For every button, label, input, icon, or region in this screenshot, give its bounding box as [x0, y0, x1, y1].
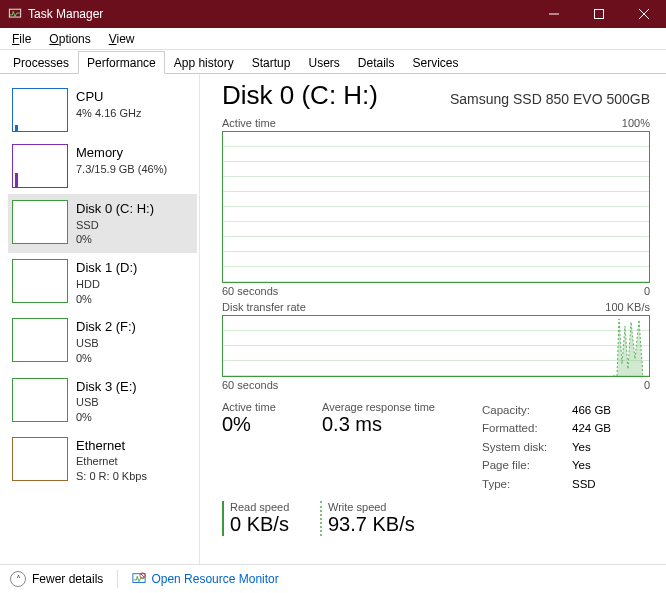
tab-startup[interactable]: Startup [243, 51, 300, 74]
tab-processes[interactable]: Processes [4, 51, 78, 74]
titlebar: Task Manager [0, 0, 666, 28]
fewer-details-label: Fewer details [32, 572, 103, 586]
tab-app-history[interactable]: App history [165, 51, 243, 74]
minimize-button[interactable] [531, 0, 576, 28]
fewer-details-button[interactable]: ˄ Fewer details [10, 571, 103, 587]
write-spike-icon [613, 314, 643, 376]
window-title: Task Manager [28, 7, 103, 21]
ethernet-thumbnail-icon [12, 437, 68, 481]
read-speed-value: 0 KB/s [230, 513, 320, 536]
sidebar-item-ethernet[interactable]: Ethernet Ethernet S: 0 R: 0 Kbps [8, 431, 197, 490]
sidebar-item-label: Disk 3 (E:) [76, 378, 137, 396]
sidebar-item-label: CPU [76, 88, 141, 106]
capacity-key: Capacity: [482, 401, 572, 419]
chevron-up-icon: ˄ [10, 571, 26, 587]
sidebar-item-sub: USB [76, 336, 136, 351]
avg-response-label: Average response time [322, 401, 482, 413]
svg-line-8 [141, 574, 145, 578]
close-icon [639, 9, 649, 19]
sidebar-item-disk1[interactable]: Disk 1 (D:) HDD 0% [8, 253, 197, 312]
sidebar-item-label: Disk 2 (F:) [76, 318, 136, 336]
disk-thumbnail-icon [12, 318, 68, 362]
menu-options[interactable]: Options [41, 30, 98, 48]
sidebar-item-sub: 0% [76, 232, 154, 247]
chart2-max: 100 KB/s [605, 301, 650, 313]
type-val: SSD [572, 475, 596, 493]
memory-thumbnail-icon [12, 144, 68, 188]
write-speed-label: Write speed [328, 501, 418, 513]
chart1-xmax: 0 [644, 285, 650, 297]
active-time-label: Active time [222, 401, 322, 413]
sidebar-item-cpu[interactable]: CPU 4% 4.16 GHz [8, 82, 197, 138]
content: CPU 4% 4.16 GHz Memory 7.3/15.9 GB (46%)… [0, 74, 666, 564]
sysdisk-val: Yes [572, 438, 591, 456]
open-resource-monitor-link[interactable]: Open Resource Monitor [132, 572, 278, 586]
divider [117, 570, 118, 588]
disk-thumbnail-icon [12, 259, 68, 303]
app-icon [8, 7, 22, 21]
active-time-chart[interactable] [222, 131, 650, 283]
formatted-key: Formatted: [482, 419, 572, 437]
chart1-label: Active time [222, 117, 276, 129]
footer: ˄ Fewer details Open Resource Monitor [0, 564, 666, 593]
tab-services[interactable]: Services [404, 51, 468, 74]
sidebar-item-sub: 0% [76, 351, 136, 366]
sidebar[interactable]: CPU 4% 4.16 GHz Memory 7.3/15.9 GB (46%)… [0, 74, 200, 564]
sidebar-item-disk0[interactable]: Disk 0 (C: H:) SSD 0% [8, 194, 197, 253]
minimize-icon [549, 9, 559, 19]
active-time-value: 0% [222, 413, 322, 436]
maximize-icon [594, 9, 604, 19]
sidebar-item-sub: HDD [76, 277, 137, 292]
sidebar-item-sub: S: 0 R: 0 Kbps [76, 469, 147, 484]
sidebar-item-disk3[interactable]: Disk 3 (E:) USB 0% [8, 372, 197, 431]
formatted-val: 424 GB [572, 419, 611, 437]
tab-performance[interactable]: Performance [78, 51, 165, 74]
tab-details[interactable]: Details [349, 51, 404, 74]
sidebar-item-sub: 7.3/15.9 GB (46%) [76, 162, 167, 177]
disk-thumbnail-icon [12, 378, 68, 422]
chart1-max: 100% [622, 117, 650, 129]
sysdisk-key: System disk: [482, 438, 572, 456]
maximize-button[interactable] [576, 0, 621, 28]
tab-users[interactable]: Users [299, 51, 348, 74]
read-speed-label: Read speed [230, 501, 320, 513]
transfer-rate-chart[interactable] [222, 315, 650, 377]
sidebar-item-sub: Ethernet [76, 454, 147, 469]
svg-rect-3 [594, 10, 603, 19]
close-button[interactable] [621, 0, 666, 28]
sidebar-item-label: Ethernet [76, 437, 147, 455]
main-panel: Disk 0 (C: H:) Samsung SSD 850 EVO 500GB… [200, 74, 666, 564]
sidebar-item-sub: 0% [76, 410, 137, 425]
menu-view[interactable]: View [101, 30, 143, 48]
type-key: Type: [482, 475, 572, 493]
sidebar-item-memory[interactable]: Memory 7.3/15.9 GB (46%) [8, 138, 197, 194]
resource-monitor-label: Open Resource Monitor [151, 572, 278, 586]
chart1-xmin: 60 seconds [222, 285, 278, 297]
disk-thumbnail-icon [12, 200, 68, 244]
chart2-xmin: 60 seconds [222, 379, 278, 391]
sidebar-item-label: Memory [76, 144, 167, 162]
tabbar: Processes Performance App history Startu… [0, 50, 666, 74]
chart2-label: Disk transfer rate [222, 301, 306, 313]
capacity-val: 466 GB [572, 401, 611, 419]
sidebar-item-sub: USB [76, 395, 137, 410]
cpu-thumbnail-icon [12, 88, 68, 132]
page-title: Disk 0 (C: H:) [222, 80, 378, 111]
sidebar-item-disk2[interactable]: Disk 2 (F:) USB 0% [8, 312, 197, 371]
pagefile-val: Yes [572, 456, 591, 474]
resource-monitor-icon [132, 572, 146, 586]
sidebar-item-sub: 0% [76, 292, 137, 307]
write-speed-value: 93.7 KB/s [328, 513, 418, 536]
device-model: Samsung SSD 850 EVO 500GB [450, 91, 650, 107]
pagefile-key: Page file: [482, 456, 572, 474]
sidebar-item-sub: SSD [76, 218, 154, 233]
sidebar-item-label: Disk 0 (C: H:) [76, 200, 154, 218]
sidebar-item-sub: 4% 4.16 GHz [76, 106, 141, 121]
avg-response-value: 0.3 ms [322, 413, 482, 436]
menubar: File Options View [0, 28, 666, 50]
menu-file[interactable]: File [4, 30, 39, 48]
chart2-xmax: 0 [644, 379, 650, 391]
sidebar-item-label: Disk 1 (D:) [76, 259, 137, 277]
